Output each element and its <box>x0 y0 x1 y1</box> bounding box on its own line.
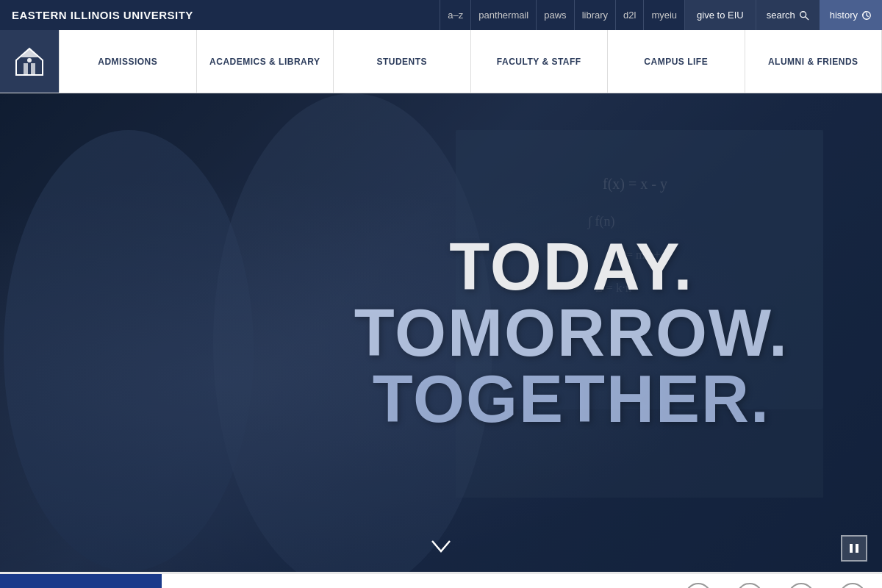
link-d2l[interactable]: d2l <box>616 0 644 30</box>
svg-rect-5 <box>24 63 28 75</box>
link-panthermail[interactable]: panthermail <box>471 0 537 30</box>
event-icon-map[interactable] <box>684 581 713 589</box>
top-bar: EASTERN ILLINOIS UNIVERSITY a–z pantherm… <box>0 0 882 30</box>
hero-section: f(x) = x - y ∫ f(n) y = mx + b Σ = k·n T… <box>0 93 882 572</box>
search-icon <box>799 10 809 21</box>
svg-line-1 <box>805 16 808 19</box>
hero-line3: TOGETHER. <box>354 366 789 432</box>
event-icon-share[interactable] <box>786 581 816 589</box>
nav-admissions[interactable]: ADMISSIONS <box>59 30 197 93</box>
nav-students[interactable]: STUDENTS <box>334 30 471 93</box>
event-icon-more[interactable] <box>838 581 867 589</box>
map-pin-icon <box>685 583 711 589</box>
link-az[interactable]: a–z <box>440 0 471 30</box>
top-bar-right: a–z panthermail paws library d2l myeiu g… <box>440 0 882 30</box>
calendar-icon <box>736 583 763 589</box>
hero-line2: TOMORROW. <box>354 300 789 366</box>
link-library[interactable]: library <box>575 0 616 30</box>
more-icon <box>839 583 866 589</box>
search-label: search <box>767 10 795 21</box>
chevron-down-icon <box>430 539 452 553</box>
share-icon <box>788 583 814 589</box>
event-date-box: AUG <box>0 574 162 588</box>
university-name: EASTERN ILLINOIS UNIVERSITY <box>12 9 193 21</box>
nav-faculty[interactable]: FACULTY & STAFF <box>471 30 609 93</box>
pause-button[interactable] <box>841 535 867 562</box>
logo-area[interactable] <box>0 30 59 93</box>
event-icon-calendar[interactable] <box>735 581 764 589</box>
top-bar-links: a–z panthermail paws library d2l myeiu <box>440 0 685 30</box>
event-month: AUG <box>0 580 64 588</box>
main-nav: ADMISSIONS ACADEMICS & LIBRARY STUDENTS … <box>0 30 882 93</box>
top-bar-left: EASTERN ILLINOIS UNIVERSITY <box>12 9 193 21</box>
history-label: history <box>830 10 858 21</box>
search-button[interactable]: search <box>756 0 820 30</box>
link-myeiu[interactable]: myeiu <box>644 0 685 30</box>
nav-alumni[interactable]: ALUMNI & FRIENDS <box>745 30 883 93</box>
nav-items: ADMISSIONS ACADEMICS & LIBRARY STUDENTS … <box>59 30 882 93</box>
scroll-down-indicator[interactable] <box>430 539 452 557</box>
history-icon <box>861 10 872 21</box>
hero-text-block: TODAY. TOMORROW. TOGETHER. <box>354 234 789 432</box>
eiu-logo-icon <box>13 46 46 78</box>
pause-icon <box>848 542 860 554</box>
nav-academics[interactable]: ACADEMICS & LIBRARY <box>197 30 334 93</box>
give-button[interactable]: give to EIU <box>685 0 756 30</box>
event-bar: AUG FIRST DAY OF FALL 2024 <box>0 572 882 588</box>
event-title: FIRST DAY OF FALL 2024 <box>162 574 684 588</box>
svg-rect-13 <box>850 544 853 553</box>
event-icon-group <box>684 574 882 588</box>
svg-point-7 <box>27 58 32 62</box>
nav-campus-life[interactable]: CAMPUS LIFE <box>608 30 745 93</box>
svg-rect-6 <box>31 63 35 75</box>
link-paws[interactable]: paws <box>537 0 574 30</box>
svg-marker-4 <box>21 49 38 57</box>
svg-rect-14 <box>856 544 858 553</box>
svg-point-0 <box>800 11 806 17</box>
hero-line1: TODAY. <box>354 234 789 300</box>
history-button[interactable]: history <box>820 0 882 30</box>
